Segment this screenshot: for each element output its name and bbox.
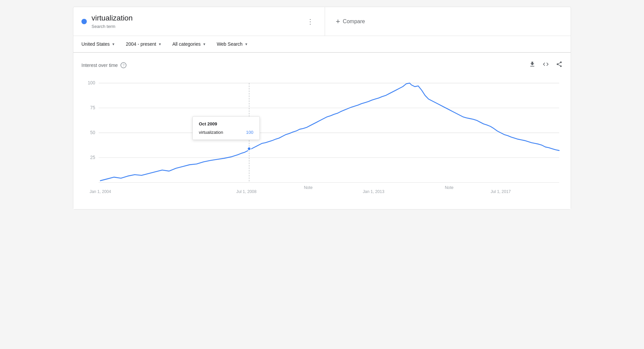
categories-filter[interactable]: All categories ▼ bbox=[172, 41, 206, 47]
help-icon[interactable]: ? bbox=[120, 62, 127, 68]
share-icon[interactable] bbox=[556, 61, 563, 69]
svg-text:Jan 1, 2004: Jan 1, 2004 bbox=[90, 189, 111, 194]
search-type-arrow: ▼ bbox=[245, 42, 248, 46]
filter-row: United States ▼ 2004 - present ▼ All cat… bbox=[73, 36, 571, 53]
term-subtitle: Search term bbox=[92, 24, 304, 29]
location-arrow: ▼ bbox=[112, 42, 115, 46]
chart-section: Interest over time ? bbox=[73, 53, 571, 209]
svg-text:100: 100 bbox=[88, 80, 95, 85]
compare-label: Compare bbox=[343, 18, 365, 25]
compare-section: + Compare bbox=[325, 7, 571, 36]
embed-icon[interactable] bbox=[542, 61, 549, 69]
chart-title-area: Interest over time ? bbox=[81, 62, 127, 68]
categories-arrow: ▼ bbox=[203, 42, 206, 46]
svg-text:Jul 1, 2017: Jul 1, 2017 bbox=[491, 189, 511, 194]
svg-text:25: 25 bbox=[90, 155, 95, 160]
search-type-filter[interactable]: Web Search ▼ bbox=[217, 41, 248, 47]
chart-area: 100 75 50 25 Jan 1, 2004 Jul 1, 2008 Jan… bbox=[81, 76, 563, 204]
chart-header: Interest over time ? bbox=[81, 61, 563, 69]
svg-text:75: 75 bbox=[90, 105, 95, 110]
search-row: virtualization Search term ⋮ + Compare bbox=[73, 7, 571, 36]
term-info: virtualization Search term bbox=[92, 14, 304, 29]
time-filter[interactable]: 2004 - present ▼ bbox=[126, 41, 162, 47]
svg-text:Jul 1, 2008: Jul 1, 2008 bbox=[236, 189, 256, 194]
chart-actions bbox=[529, 61, 563, 69]
svg-text:Note: Note bbox=[445, 185, 454, 190]
term-title: virtualization bbox=[92, 14, 304, 23]
categories-label: All categories bbox=[172, 41, 201, 47]
svg-text:50: 50 bbox=[90, 130, 95, 135]
term-menu-button[interactable]: ⋮ bbox=[304, 15, 317, 28]
time-label: 2004 - present bbox=[126, 41, 156, 47]
download-icon[interactable] bbox=[529, 61, 536, 69]
chart-title: Interest over time bbox=[81, 63, 118, 68]
svg-point-10 bbox=[247, 147, 251, 151]
search-term-section: virtualization Search term ⋮ bbox=[73, 7, 325, 36]
term-color-dot bbox=[81, 19, 87, 24]
location-label: United States bbox=[81, 41, 110, 47]
compare-plus-icon: + bbox=[336, 17, 340, 26]
location-filter[interactable]: United States ▼ bbox=[81, 41, 115, 47]
compare-button[interactable]: + Compare bbox=[336, 17, 365, 26]
search-type-label: Web Search bbox=[217, 41, 243, 47]
time-arrow: ▼ bbox=[158, 42, 162, 46]
trend-chart-svg: 100 75 50 25 Jan 1, 2004 Jul 1, 2008 Jan… bbox=[81, 76, 563, 204]
svg-text:Note: Note bbox=[304, 185, 313, 190]
svg-text:Jan 1, 2013: Jan 1, 2013 bbox=[363, 189, 384, 194]
